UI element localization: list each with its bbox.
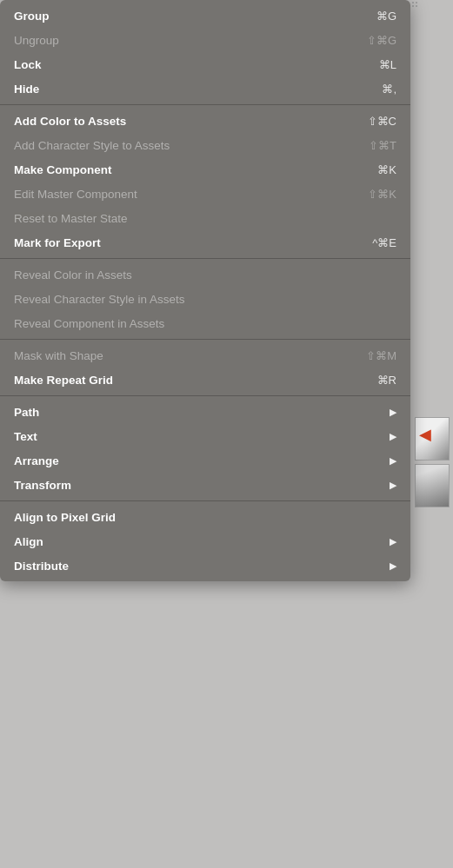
submenu-arrow-icon-path: ▶ (390, 407, 396, 418)
menu-label-group: Group (14, 10, 50, 23)
menu-item-mask-shape: Mask with Shape⇧⌘M (0, 343, 410, 368)
sidebar-panel: ◀ (410, 0, 453, 868)
menu-shortcut-mask-shape: ⇧⌘M (366, 349, 396, 362)
menu-item-align[interactable]: Align▶ (0, 529, 410, 553)
menu-label-path: Path (14, 406, 39, 419)
menu-label-repeat-grid: Make Repeat Grid (14, 374, 113, 387)
menu-section-0: Group⌘GUngroup⇧⌘GLock⌘LHide⌘, (0, 0, 410, 105)
menu-label-make-component: Make Component (14, 163, 112, 176)
menu-item-reset-master: Reset to Master State (0, 206, 410, 230)
menu-label-reveal-character: Reveal Character Style in Assets (14, 293, 185, 306)
submenu-arrow-icon-arrange: ▶ (390, 455, 396, 467)
thumbnail-dots (412, 2, 417, 7)
menu-item-reveal-component: Reveal Component in Assets (0, 311, 410, 335)
submenu-arrow-icon-transform: ▶ (390, 480, 396, 491)
bottom-area (0, 768, 453, 868)
menu-section-1: Add Color to Assets⇧⌘CAdd Character Styl… (0, 105, 410, 259)
menu-label-ungroup: Ungroup (14, 34, 59, 47)
submenu-arrow-icon-text: ▶ (390, 431, 396, 442)
menu-label-align-pixel: Align to Pixel Grid (14, 511, 116, 524)
menu-label-lock: Lock (14, 58, 42, 71)
menu-label-mask-shape: Mask with Shape (14, 349, 103, 362)
menu-label-text: Text (14, 430, 37, 443)
menu-item-transform[interactable]: Transform▶ (0, 473, 410, 497)
menu-item-edit-master: Edit Master Component⇧⌘K (0, 182, 410, 206)
thumbnail-arrow-icon: ◀ (419, 425, 431, 444)
submenu-arrow-icon-distribute: ▶ (390, 560, 396, 572)
menu-shortcut-ungroup: ⇧⌘G (367, 34, 396, 47)
menu-section-2: Reveal Color in AssetsReveal Character S… (0, 259, 410, 340)
menu-item-lock[interactable]: Lock⌘L (0, 52, 410, 76)
menu-item-reveal-character: Reveal Character Style in Assets (0, 287, 410, 311)
menu-item-hide[interactable]: Hide⌘, (0, 76, 410, 101)
menu-item-mark-export[interactable]: Mark for Export^⌘E (0, 230, 410, 255)
menu-item-group[interactable]: Group⌘G (0, 3, 410, 28)
menu-item-arrange[interactable]: Arrange▶ (0, 448, 410, 473)
menu-label-hide: Hide (14, 83, 39, 96)
context-menu: Group⌘GUngroup⇧⌘GLock⌘LHide⌘,Add Color t… (0, 0, 410, 581)
menu-label-edit-master: Edit Master Component (14, 188, 137, 201)
sidebar-thumbnail-2[interactable] (415, 464, 450, 507)
menu-shortcut-hide: ⌘, (382, 83, 396, 96)
menu-item-add-character-style: Add Character Style to Assets⇧⌘T (0, 133, 410, 157)
menu-section-3: Mask with Shape⇧⌘MMake Repeat Grid⌘R (0, 340, 410, 396)
sidebar-thumbnail[interactable]: ◀ (415, 417, 450, 461)
menu-shortcut-lock: ⌘L (379, 58, 396, 71)
menu-label-transform: Transform (14, 479, 71, 492)
menu-shortcut-repeat-grid: ⌘R (377, 374, 396, 387)
menu-item-reveal-color: Reveal Color in Assets (0, 262, 410, 287)
menu-item-repeat-grid[interactable]: Make Repeat Grid⌘R (0, 368, 410, 392)
menu-label-reset-master: Reset to Master State (14, 212, 128, 225)
menu-item-ungroup: Ungroup⇧⌘G (0, 28, 410, 52)
menu-item-align-pixel[interactable]: Align to Pixel Grid (0, 505, 410, 529)
menu-label-reveal-component: Reveal Component in Assets (14, 317, 164, 330)
menu-shortcut-add-character-style: ⇧⌘T (369, 139, 396, 152)
menu-shortcut-group: ⌘G (376, 10, 396, 23)
menu-shortcut-edit-master: ⇧⌘K (368, 188, 396, 201)
menu-label-add-character-style: Add Character Style to Assets (14, 139, 170, 152)
menu-shortcut-make-component: ⌘K (377, 163, 396, 176)
menu-label-add-color-to-assets: Add Color to Assets (14, 115, 126, 128)
menu-section-5: Align to Pixel GridAlign▶Distribute▶ (0, 501, 410, 581)
menu-item-distribute[interactable]: Distribute▶ (0, 553, 410, 578)
menu-shortcut-add-color-to-assets: ⇧⌘C (368, 115, 396, 128)
menu-shortcut-mark-export: ^⌘E (372, 236, 396, 249)
menu-section-4: Path▶Text▶Arrange▶Transform▶ (0, 396, 410, 501)
menu-item-make-component[interactable]: Make Component⌘K (0, 157, 410, 182)
menu-label-arrange: Arrange (14, 454, 59, 467)
submenu-arrow-icon-align: ▶ (390, 536, 396, 547)
thumbnail-image: ◀ (416, 418, 449, 460)
menu-item-add-color-to-assets[interactable]: Add Color to Assets⇧⌘C (0, 109, 410, 133)
menu-label-mark-export: Mark for Export (14, 236, 101, 249)
menu-item-path[interactable]: Path▶ (0, 400, 410, 424)
menu-label-align: Align (14, 535, 43, 548)
menu-label-distribute: Distribute (14, 560, 69, 573)
menu-label-reveal-color: Reveal Color in Assets (14, 268, 132, 282)
menu-item-text[interactable]: Text▶ (0, 424, 410, 448)
